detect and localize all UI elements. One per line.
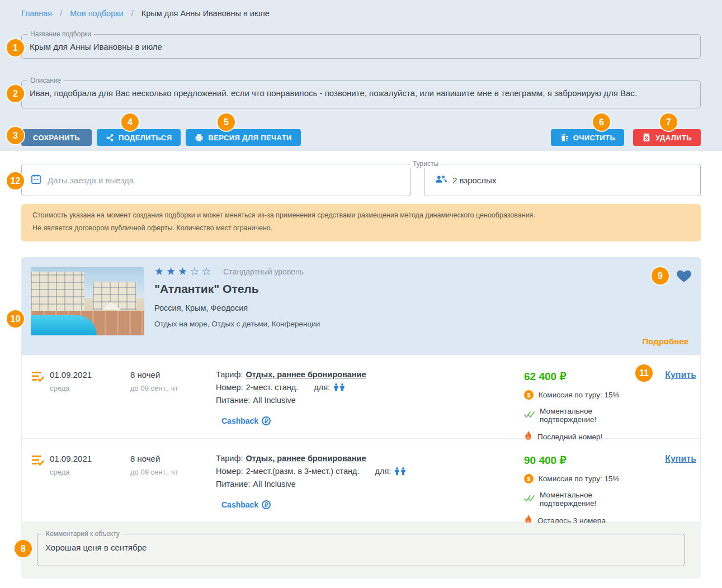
page-header: Главная / Мои подборки / Крым для Анны И… [0,0,722,151]
offer-nights: 8 ночей [130,370,216,380]
star-icon: ☆ [190,265,201,277]
delete-icon [642,133,651,142]
confirmation-text: Моментальное подтверждение! [540,491,644,508]
offer-row: 01.09.2021 среда 8 ночей до 09 сент., чт… [21,355,701,439]
buy-link[interactable]: Купить [665,454,696,463]
room-label: Номер: [216,383,243,392]
dates-field[interactable] [21,164,411,196]
cashback-ruble-icon: ₽ [262,500,271,509]
annotation-marker-3: 3 [7,127,24,144]
description-field[interactable]: Описание Иван, подобрала для Вас несколь… [21,80,701,108]
star-icon: ★ [178,265,190,277]
tourists-label: Туристы [410,160,441,168]
tourists-field[interactable]: Туристы 2 взрослых [424,164,701,196]
meal-label: Питание: [216,480,250,489]
hotel-tags: Отдых на море, Отдых с детьми, Конференц… [154,320,320,328]
offer-until: до 09 сент., чт [130,384,216,392]
hotel-location: Россия, Крым, Феодосия [154,304,320,312]
hotel-card: ★★★☆☆ Стандартный уровень "Атлантик" Оте… [21,257,701,578]
meal-value: All Inclusive [253,480,296,489]
meal-label: Питание: [216,396,250,405]
star-icon: ★ [154,265,166,277]
tariff-link[interactable]: Отдых, раннее бронирование [246,454,366,463]
hotel-level: Стандартный уровень [223,267,304,276]
instant-confirm-icon [524,411,535,420]
annotation-marker-10: 10 [7,310,24,328]
annotation-marker-5: 5 [218,113,235,131]
collection-name-value[interactable]: Крым для Анны Ивановны в июле [22,35,700,51]
notice-line-1: Стоимость указана на момент создания под… [32,211,690,219]
commission-icon: $ [524,474,534,483]
meal-value: All Inclusive [253,396,296,405]
list-check-icon [31,370,50,385]
offer-price: 90 400 ₽ [524,454,644,467]
cashback-link[interactable]: Cashback ₽ [221,500,271,509]
breadcrumb-current: Крым для Анны Ивановны в июле [141,9,270,18]
room-label: Номер: [216,467,243,476]
breadcrumb: Главная / Мои подборки / Крым для Анны И… [21,9,270,18]
comment-field[interactable]: Комментарий к объекту Хорошая ценя в сен… [37,534,685,566]
offer-weekday: среда [50,384,130,392]
hotel-card-header: ★★★☆☆ Стандартный уровень "Атлантик" Оте… [21,257,701,355]
breadcrumb-separator: / [60,9,62,18]
favorite-button[interactable] [676,268,692,284]
calendar-icon [31,174,41,187]
annotation-marker-8: 8 [15,540,32,557]
print-button[interactable]: ВЕРСИЯ ДЛЯ ПЕЧАТИ [186,129,300,146]
star-icon: ★ [166,265,178,277]
clear-button[interactable]: ОЧИСТИТЬ [551,129,624,146]
delete-button[interactable]: УДАЛИТЬ [633,129,701,146]
tariff-label: Тариф: [216,370,243,379]
hotel-photo[interactable] [31,267,144,335]
offer-weekday: среда [50,468,130,476]
annotation-marker-6: 6 [593,113,610,131]
star-icon: ☆ [201,265,213,277]
comment-label: Комментарий к объекту [43,530,122,538]
collection-name-label: Название подборки [27,30,94,39]
annotation-marker-1: 1 [7,39,24,56]
guest-person-icons [395,467,405,475]
dates-input[interactable] [48,176,402,185]
buy-link[interactable]: Купить [665,370,696,380]
description-value[interactable]: Иван, подобрала для Вас несколько предло… [22,81,700,98]
printer-icon [195,134,204,142]
breadcrumb-my-collections[interactable]: Мои подборки [70,9,123,18]
details-link[interactable]: Подробнее [642,336,688,346]
offer-date: 01.09.2021 [50,370,130,380]
offer-until: до 09 сент., чт [130,468,216,476]
commission-icon: $ [524,390,534,400]
fire-icon [524,431,532,442]
offer-date: 01.09.2021 [50,454,130,463]
annotation-marker-12: 12 [7,172,24,189]
tourists-value[interactable]: 2 взрослых [452,176,496,185]
collection-name-field[interactable]: Название подборки Крым для Анны Ивановны… [21,34,701,59]
hotel-card-footer: Комментарий к объекту Хорошая ценя в сен… [21,523,701,578]
commission-text: Комиссия по туру: 15% [539,475,619,483]
heart-icon [676,276,692,284]
confirmation-text: Моментальное подтверждение! [540,407,644,424]
clear-icon [560,133,569,142]
offer-price: 62 400 ₽ [524,370,644,383]
cashback-link[interactable]: Cashback ₽ [221,416,271,425]
annotation-marker-9: 9 [652,267,669,284]
breadcrumb-home[interactable]: Главная [21,9,52,18]
instant-confirm-icon [524,495,535,504]
room-value: 2-мест.(разм. в 3-мест.) станд. [246,467,360,476]
annotation-marker-4: 4 [121,113,139,131]
guests-label: для: [314,383,330,392]
toolbar: СОХРАНИТЬ ПОДЕЛИТЬСЯ ВЕРСИЯ ДЛЯ ПЕЧАТИ О… [21,129,701,146]
offer-nights: 8 ночей [130,454,216,463]
save-button[interactable]: СОХРАНИТЬ [21,129,92,146]
share-icon [106,134,114,142]
guests-label: для: [375,467,391,476]
tariff-link[interactable]: Отдых, раннее бронирование [246,370,366,379]
cashback-ruble-icon: ₽ [262,416,271,425]
share-button[interactable]: ПОДЕЛИТЬСЯ [97,129,181,146]
commission-text: Комиссия по туру: 15% [539,391,619,399]
availability-text: Последний номер! [537,433,602,441]
room-value: 2-мест. станд. [246,383,299,392]
people-icon [435,174,447,186]
annotation-marker-7: 7 [660,113,677,131]
offer-row: 01.09.2021 среда 8 ночей до 09 сент., чт… [21,439,701,523]
comment-value[interactable]: Хорошая ценя в сентябре [37,534,685,552]
